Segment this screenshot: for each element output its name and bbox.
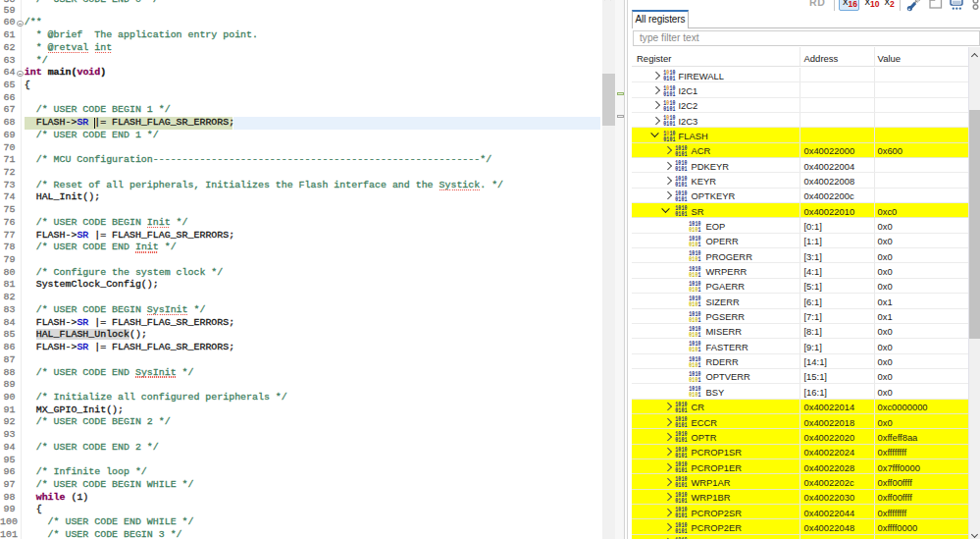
svg-text:1: 1 bbox=[697, 242, 700, 246]
svg-text:1: 1 bbox=[684, 151, 687, 156]
svg-text:1: 1 bbox=[684, 181, 687, 186]
svg-text:1: 1 bbox=[672, 76, 675, 81]
svg-text:1: 1 bbox=[684, 498, 687, 503]
svg-text:1: 1 bbox=[697, 271, 700, 276]
svg-text:1: 1 bbox=[697, 361, 700, 366]
svg-text:1: 1 bbox=[697, 377, 700, 382]
svg-text:1: 1 bbox=[684, 512, 687, 517]
svg-text:1: 1 bbox=[684, 406, 687, 411]
svg-text:1: 1 bbox=[684, 482, 687, 487]
svg-text:1: 1 bbox=[684, 527, 687, 532]
svg-text:1: 1 bbox=[672, 106, 675, 111]
svg-text:1: 1 bbox=[697, 301, 700, 306]
svg-text:1: 1 bbox=[684, 452, 687, 457]
svg-text:1: 1 bbox=[684, 467, 687, 472]
svg-text:1: 1 bbox=[697, 332, 700, 337]
svg-text:1: 1 bbox=[684, 422, 687, 427]
svg-text:1: 1 bbox=[672, 121, 675, 126]
svg-text:1: 1 bbox=[697, 347, 700, 351]
svg-text:1: 1 bbox=[697, 287, 700, 292]
svg-text:1: 1 bbox=[697, 226, 700, 231]
svg-text:1: 1 bbox=[684, 437, 687, 442]
svg-text:1: 1 bbox=[672, 90, 675, 95]
svg-text:1: 1 bbox=[684, 196, 687, 201]
svg-text:1: 1 bbox=[697, 392, 700, 397]
svg-text:1: 1 bbox=[697, 256, 700, 261]
svg-text:1: 1 bbox=[684, 211, 687, 216]
svg-text:1: 1 bbox=[684, 166, 687, 171]
svg-text:1: 1 bbox=[672, 135, 675, 140]
svg-text:1: 1 bbox=[697, 316, 700, 321]
